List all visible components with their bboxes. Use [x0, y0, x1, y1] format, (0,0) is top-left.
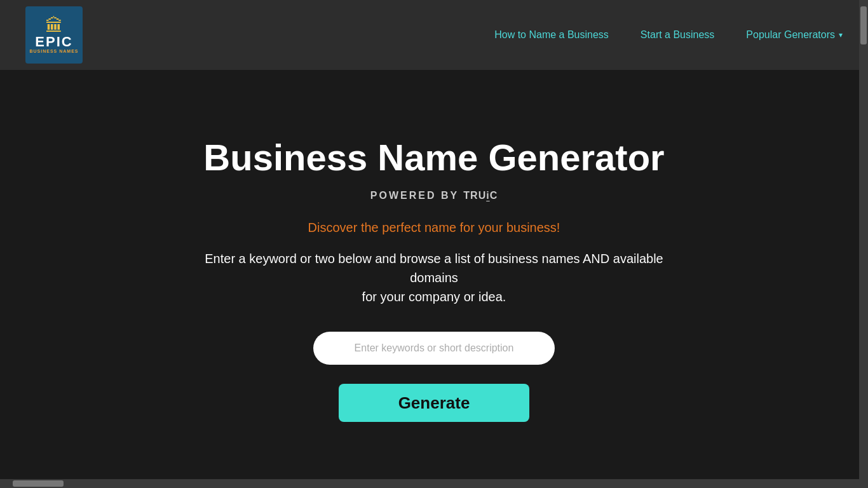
main-content: Business Name Generator POWERED BY TRUiC… [0, 70, 868, 488]
page-title: Business Name Generator [203, 136, 664, 179]
horizontal-scrollbar[interactable] [0, 479, 868, 488]
popular-generators-label: Popular Generators [746, 29, 835, 41]
scrollbar-thumb[interactable] [13, 480, 64, 487]
logo[interactable]: 🏛 EPIC BUSINESS NAMES [25, 6, 83, 64]
description-line2: for your company or idea. [362, 290, 506, 304]
discover-text: Discover the perfect name for your busin… [308, 220, 560, 235]
nav-link-start-business[interactable]: Start a Business [641, 29, 715, 41]
chevron-down-icon: ▾ [839, 30, 843, 39]
epic-text: EPIC [35, 35, 72, 49]
nav-link-how-to-name[interactable]: How to Name a Business [494, 29, 609, 41]
logo-sub-text: BUSINESS NAMES [29, 49, 78, 53]
nav-link-popular-generators[interactable]: Popular Generators ▾ [746, 29, 843, 41]
powered-by-prefix: POWERED BY [370, 190, 464, 201]
vertical-scrollbar[interactable] [859, 0, 868, 488]
scrollbar-right-thumb[interactable] [860, 6, 867, 44]
navigation: 🏛 EPIC BUSINESS NAMES How to Name a Busi… [0, 0, 868, 70]
generate-button[interactable]: Generate [339, 384, 529, 422]
keyword-search-input[interactable] [313, 332, 555, 365]
description-text: Enter a keyword or two below and browse … [180, 249, 688, 306]
lighthouse-icon: 🏛 [45, 17, 63, 35]
nav-links: How to Name a Business Start a Business … [494, 29, 843, 41]
description-line1: Enter a keyword or two below and browse … [205, 252, 663, 285]
truic-brand: TRUiC [463, 190, 498, 201]
powered-by: POWERED BY TRUiC [370, 190, 498, 201]
logo-box: 🏛 EPIC BUSINESS NAMES [25, 6, 83, 64]
